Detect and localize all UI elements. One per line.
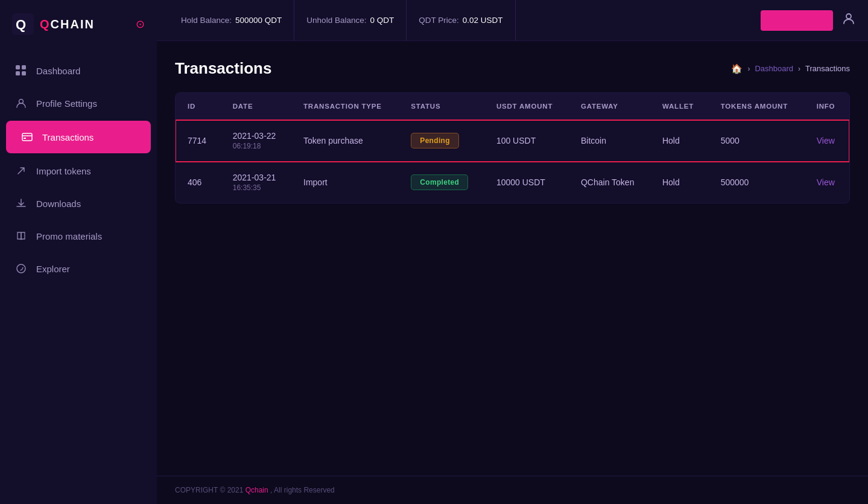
logo-text: QCHAIN xyxy=(40,18,95,31)
hold-balance-label: Hold Balance: xyxy=(181,16,232,25)
user-icon xyxy=(14,97,28,110)
sidebar-item-explorer[interactable]: Explorer xyxy=(0,252,157,285)
topbar: Hold Balance: 500000 QDT Unhold Balance:… xyxy=(157,0,868,41)
transactions-table-container: ID DATE TRANSACTION TYPE STATUS USDT AMO… xyxy=(175,92,850,203)
page-title: Transactions xyxy=(175,59,271,78)
cell-date: 2021-03-2116:35:35 xyxy=(221,162,291,203)
sidebar-item-label-dashboard: Dashboard xyxy=(36,66,80,76)
content-area: Transactions 🏠 › Dashboard › Transaction… xyxy=(157,41,868,476)
cell-type: Token purchase xyxy=(291,120,399,162)
status-badge: Completed xyxy=(411,174,468,190)
col-transaction-type: TRANSACTION TYPE xyxy=(291,93,399,120)
sidebar: Q QCHAIN ⊙ Dashboard xyxy=(0,0,157,504)
cell-gateway: Bitcoin xyxy=(569,120,650,162)
download-icon xyxy=(14,197,28,210)
cell-status: Completed xyxy=(399,162,484,203)
col-wallet: WALLET xyxy=(650,93,709,120)
cell-type: Import xyxy=(291,162,399,203)
hold-balance: Hold Balance: 500000 QDT xyxy=(169,0,294,40)
cell-wallet: Hold xyxy=(650,162,709,203)
page-header: Transactions 🏠 › Dashboard › Transaction… xyxy=(175,59,850,78)
svg-point-10 xyxy=(17,264,25,273)
cell-gateway: QChain Token xyxy=(569,162,650,203)
unhold-balance-label: Unhold Balance: xyxy=(306,16,366,25)
sidebar-item-label-import: Import tokens xyxy=(36,166,91,176)
status-badge: Pending xyxy=(411,133,458,148)
svg-rect-3 xyxy=(22,65,26,69)
svg-rect-9 xyxy=(24,138,26,139)
col-info: INFO xyxy=(805,93,849,120)
col-gateway: GATEWAY xyxy=(569,93,650,120)
sidebar-item-profile-settings[interactable]: Profile Settings xyxy=(0,87,157,120)
cell-id: 7714 xyxy=(176,120,221,162)
cell-wallet: Hold xyxy=(650,120,709,162)
book-icon xyxy=(14,229,28,243)
view-link[interactable]: View xyxy=(817,136,835,145)
user-profile-icon[interactable] xyxy=(841,11,856,30)
cell-tokens: 500000 xyxy=(709,162,805,203)
breadcrumb-current: Transactions xyxy=(805,64,850,73)
arrow-up-right-icon xyxy=(14,164,28,177)
sidebar-item-label-explorer: Explorer xyxy=(36,264,70,274)
svg-text:Q: Q xyxy=(16,17,26,32)
sidebar-item-label-profile: Profile Settings xyxy=(36,98,97,109)
transactions-table: ID DATE TRANSACTION TYPE STATUS USDT AMO… xyxy=(176,93,849,203)
breadcrumb-home-icon[interactable]: 🏠 xyxy=(731,63,743,74)
breadcrumb-sep-1: › xyxy=(747,65,750,73)
svg-rect-5 xyxy=(22,71,26,75)
compass-icon xyxy=(14,262,28,275)
col-usdt-amount: USDT AMOUNT xyxy=(484,93,569,120)
qdt-price-value: 0.02 USDT xyxy=(463,16,503,25)
sidebar-item-downloads[interactable]: Downloads xyxy=(0,187,157,220)
qdt-price: QDT Price: 0.02 USDT xyxy=(407,0,515,40)
cell-date: 2021-03-2206:19:18 xyxy=(221,120,291,162)
cell-info: View xyxy=(805,162,849,203)
sidebar-item-label-downloads: Downloads xyxy=(36,199,81,209)
unhold-balance: Unhold Balance: 0 QDT xyxy=(294,0,407,40)
col-id: ID xyxy=(176,93,221,120)
footer-copyright: COPYRIGHT © 2021 xyxy=(175,486,243,494)
sidebar-item-label-promo: Promo materials xyxy=(36,231,102,241)
table-body: 7714 2021-03-2206:19:18 Token purchase P… xyxy=(176,120,849,203)
topbar-cta-button[interactable] xyxy=(761,10,833,31)
col-status: STATUS xyxy=(399,93,484,120)
table-row: 406 2021-03-2116:35:35 Import Completed … xyxy=(176,162,849,203)
grid-icon xyxy=(14,64,28,77)
target-icon: ⊙ xyxy=(136,18,145,31)
hold-balance-value: 500000 QDT xyxy=(235,16,282,25)
card-icon xyxy=(21,130,34,144)
footer-brand-link[interactable]: Qchain xyxy=(246,486,268,494)
sidebar-item-label-transactions: Transactions xyxy=(42,132,93,142)
sidebar-item-promo[interactable]: Promo materials xyxy=(0,220,157,252)
footer-rights: , All rights Reserved xyxy=(270,486,335,494)
table-header: ID DATE TRANSACTION TYPE STATUS USDT AMO… xyxy=(176,93,849,120)
unhold-balance-value: 0 QDT xyxy=(370,16,394,25)
nav-list: Dashboard Profile Settings Transactio xyxy=(0,48,157,291)
sidebar-item-import-tokens[interactable]: Import tokens xyxy=(0,155,157,187)
topbar-actions xyxy=(761,10,856,31)
col-date: DATE xyxy=(221,93,291,120)
logo-icon: Q xyxy=(12,13,34,35)
footer: COPYRIGHT © 2021 Qchain , All rights Res… xyxy=(157,476,868,504)
cell-tokens: 5000 xyxy=(709,120,805,162)
table-row: 7714 2021-03-2206:19:18 Token purchase P… xyxy=(176,120,849,162)
cell-id: 406 xyxy=(176,162,221,203)
svg-point-11 xyxy=(846,14,851,19)
view-link[interactable]: View xyxy=(817,177,835,187)
sidebar-item-transactions[interactable]: Transactions xyxy=(6,121,151,153)
svg-rect-4 xyxy=(16,71,20,75)
svg-rect-7 xyxy=(22,133,32,141)
cell-info: View xyxy=(805,120,849,162)
cell-usdt: 10000 USDT xyxy=(484,162,569,203)
cell-usdt: 100 USDT xyxy=(484,120,569,162)
sidebar-item-dashboard[interactable]: Dashboard xyxy=(0,54,157,87)
breadcrumb: 🏠 › Dashboard › Transactions xyxy=(731,63,850,74)
qdt-price-label: QDT Price: xyxy=(419,16,459,25)
col-tokens-amount: TOKENS AMOUNT xyxy=(709,93,805,120)
svg-rect-2 xyxy=(16,65,20,69)
main-area: Hold Balance: 500000 QDT Unhold Balance:… xyxy=(157,0,868,504)
logo-area: Q QCHAIN ⊙ xyxy=(0,0,157,48)
cell-status: Pending xyxy=(399,120,484,162)
breadcrumb-dashboard-link[interactable]: Dashboard xyxy=(755,64,793,73)
breadcrumb-sep-2: › xyxy=(798,65,800,73)
